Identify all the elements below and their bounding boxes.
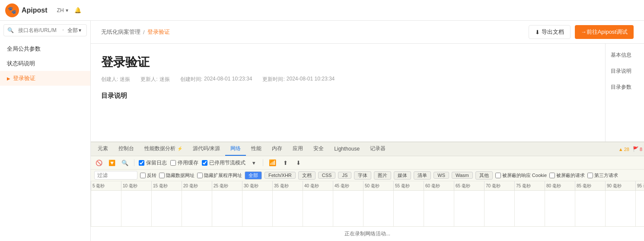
- search-network-button[interactable]: 🔍: [120, 158, 130, 167]
- sidebar-item-login-verify[interactable]: ▶ 登录验证: [0, 71, 90, 86]
- hide-data-urls-checkbox[interactable]: 隐藏数据网址: [159, 172, 194, 179]
- lang-selector[interactable]: ZH ▾: [54, 6, 71, 14]
- search-input[interactable]: [16, 26, 59, 34]
- created-time-meta: 创建时间: 2024-08-01 10:23:34: [180, 76, 252, 83]
- status-text: 正在录制网络活动...: [344, 230, 390, 238]
- sidebar-arrow-icon: ▶: [7, 76, 10, 81]
- timeline-tick: 70 毫秒: [484, 181, 514, 190]
- invert-checkbox[interactable]: 反转: [140, 172, 156, 179]
- right-sidebar-basic-info[interactable]: 基本信息: [606, 47, 644, 63]
- clear-button[interactable]: 🚫: [94, 158, 104, 167]
- filter-button[interactable]: 🔽: [107, 158, 117, 167]
- grid-line: [484, 191, 514, 226]
- timeline-grid-lines: [91, 191, 644, 226]
- content-area: 无纸化病案管理 / 登录验证 ⬇ 导出文档 →前往Apipost调试 登录验证: [91, 21, 644, 241]
- creator-value: 迷振: [120, 76, 130, 83]
- updated-value: 2024-08-01 10:23:34: [287, 76, 335, 83]
- notification-icon[interactable]: 🔔: [74, 7, 81, 13]
- search-icon: 🔍: [7, 27, 14, 33]
- filter-doc[interactable]: 文档: [298, 171, 316, 180]
- disable-cache-input[interactable]: [170, 160, 176, 166]
- tab-application-label: 应用: [293, 145, 303, 152]
- network-filter-input[interactable]: [94, 171, 137, 180]
- disable-throttle-input[interactable]: [202, 160, 207, 166]
- tab-security[interactable]: 安全: [308, 142, 329, 156]
- grid-line: [242, 191, 272, 226]
- export-network-button[interactable]: ⬇: [293, 158, 303, 167]
- wifi-icon[interactable]: 📶: [268, 158, 277, 167]
- blocked-requests-label: 被屏蔽的请求: [556, 172, 585, 179]
- filter-all-badge[interactable]: 全部 ▾: [67, 27, 81, 34]
- filter-img[interactable]: 图片: [374, 171, 391, 180]
- third-party-input[interactable]: [587, 173, 593, 178]
- preserve-log-input[interactable]: [139, 160, 144, 166]
- sidebar-item-status-codes[interactable]: 状态码说明: [0, 56, 90, 71]
- filter-ws[interactable]: WS: [434, 172, 449, 179]
- invert-input[interactable]: [140, 173, 146, 178]
- preserve-log-label: 保留日志: [146, 159, 167, 167]
- filter-font[interactable]: 字体: [354, 171, 371, 180]
- throttle-dropdown[interactable]: ▾: [249, 158, 258, 167]
- disable-throttle-label: 已停用节流模式: [209, 159, 245, 167]
- filter-manifest[interactable]: 清单: [414, 171, 431, 180]
- blocked-response-checkbox[interactable]: 被屏蔽的响应 Cookie: [495, 172, 547, 179]
- toolbar-divider-2: [263, 159, 263, 166]
- hide-extension-urls-checkbox[interactable]: 隐藏扩展程序网址: [197, 172, 242, 179]
- blocked-requests-input[interactable]: [549, 173, 555, 178]
- sidebar: 🔍 • 全部 ▾ 全局公共参数 状态码说明 ▶ 登录验证: [0, 21, 91, 241]
- sidebar-item-status-codes-label: 状态码说明: [7, 60, 35, 67]
- tab-recorder-label: 记录器: [370, 145, 386, 152]
- breadcrumb-parent: 无纸化病案管理: [101, 28, 140, 36]
- tab-network[interactable]: 网络: [225, 142, 246, 156]
- tab-lighthouse[interactable]: Lighthouse: [329, 142, 365, 156]
- grid-line: [363, 191, 393, 226]
- filter-media[interactable]: 媒体: [394, 171, 411, 180]
- page-content: 登录验证 创建人: 迷振 更新人: 迷振 创建时间: 2024-08-01 10…: [91, 44, 644, 241]
- disable-throttle-checkbox[interactable]: 已停用节流模式: [202, 159, 245, 167]
- hide-data-urls-input[interactable]: [159, 173, 165, 178]
- preserve-log-checkbox[interactable]: 保留日志: [139, 159, 167, 167]
- app-logo-icon: 🐾: [5, 3, 19, 17]
- tab-security-label: 安全: [313, 145, 324, 152]
- export-button[interactable]: ⬇ 导出文档: [529, 25, 571, 39]
- tab-application[interactable]: 应用: [287, 142, 308, 156]
- import-button[interactable]: ⬆: [281, 158, 290, 167]
- lang-dropdown-icon: ▾: [66, 7, 68, 13]
- apipost-button[interactable]: →前往Apipost调试: [575, 25, 634, 39]
- filter-css[interactable]: CSS: [318, 172, 336, 179]
- sidebar-item-global-params[interactable]: 全局公共参数: [0, 42, 90, 56]
- filter-wasm[interactable]: Wasm: [452, 172, 473, 179]
- tab-memory[interactable]: 内存: [267, 142, 287, 156]
- tab-recorder[interactable]: 记录器: [365, 142, 391, 156]
- third-party-label: 第三方请求: [594, 172, 618, 179]
- right-sidebar-catalog-params[interactable]: 目录参数: [606, 79, 644, 95]
- tab-performance[interactable]: 性能: [246, 142, 267, 156]
- filter-fetch-xhr[interactable]: Fetch/XHR: [265, 172, 296, 179]
- grid-line: [545, 191, 575, 226]
- error-count: 8: [640, 147, 642, 152]
- updated-time-meta: 更新时间: 2024-08-01 10:23:34: [262, 76, 335, 83]
- devtools-main: 🚫 🔽 🔍 保留日志 停用缓存: [91, 156, 644, 241]
- filter-all-label: 全部: [67, 27, 78, 34]
- filter-all-btn[interactable]: 全部: [245, 171, 262, 180]
- devtools-tabs: 元素 控制台 性能数据分析 ⚡ 源代码/来源 网络: [91, 142, 644, 156]
- tab-performance-data[interactable]: 性能数据分析 ⚡: [139, 142, 188, 156]
- blocked-requests-checkbox[interactable]: 被屏蔽的请求: [549, 172, 585, 179]
- hide-extension-urls-input[interactable]: [197, 173, 203, 178]
- disable-cache-checkbox[interactable]: 停用缓存: [170, 159, 198, 167]
- filter-other[interactable]: 其他: [475, 171, 493, 180]
- search-bar-container[interactable]: 🔍 • 全部 ▾: [3, 24, 87, 36]
- right-sidebar-basic-info-label: 基本信息: [611, 52, 631, 58]
- invert-label: 反转: [147, 172, 156, 179]
- filter-js[interactable]: JS: [338, 172, 351, 179]
- timeline-tick: 60 毫秒: [424, 181, 454, 190]
- tab-elements[interactable]: 元素: [92, 142, 113, 156]
- third-party-checkbox[interactable]: 第三方请求: [587, 172, 618, 179]
- warning-count: 28: [624, 147, 629, 152]
- blocked-response-input[interactable]: [495, 173, 501, 178]
- tab-console[interactable]: 控制台: [113, 142, 139, 156]
- performance-data-icon: ⚡: [177, 146, 182, 151]
- tab-source[interactable]: 源代码/来源: [188, 142, 225, 156]
- tab-lighthouse-label: Lighthouse: [334, 146, 360, 152]
- right-sidebar-catalog-desc[interactable]: 目录说明: [606, 63, 644, 79]
